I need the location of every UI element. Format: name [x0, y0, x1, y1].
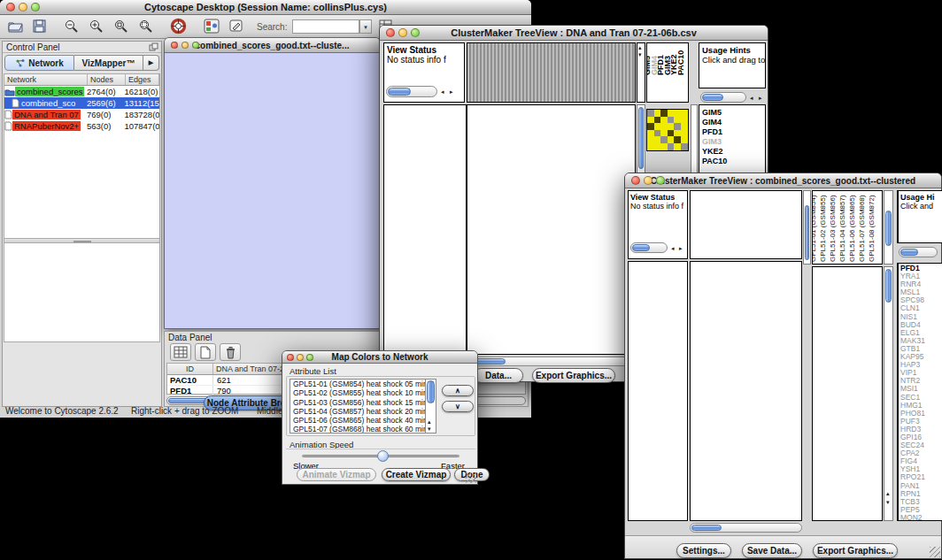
status-hint-zoom: Right-click + drag to ZOOM [131, 406, 238, 416]
tv2-labels-vscroll[interactable] [884, 190, 893, 265]
file-icon [4, 110, 12, 119]
tv1-row-dendrogram[interactable] [383, 104, 467, 355]
control-panel: Control Panel Network VizMapper™ ▶ Net [2, 41, 162, 407]
tv1-column-dendrogram[interactable] [467, 42, 636, 103]
data-panel-title: Data Panel [168, 333, 212, 342]
open-session-icon[interactable] [7, 19, 24, 34]
animation-speed-slider[interactable] [302, 455, 459, 457]
cytopanel-icon[interactable] [204, 19, 220, 34]
tv1-status-scrollbar[interactable] [386, 86, 437, 97]
close-button[interactable] [631, 176, 640, 185]
create-vizmap-button[interactable]: Create Vizmap [382, 468, 451, 481]
attribute-up-button[interactable]: ∧ [442, 385, 474, 396]
network-name: combined_sco [19, 98, 77, 108]
resize-grip[interactable] [930, 547, 940, 557]
zoom-button[interactable] [306, 354, 313, 361]
zoom-button[interactable] [31, 3, 40, 12]
tv2-settings-button[interactable]: Settings... [676, 543, 731, 558]
attribute-item[interactable]: GPL51-07 (GSM868) heat shock 60 min [290, 425, 425, 433]
tv1-view-status: View Status No status info f ◂ ▸ [383, 42, 465, 103]
tv1-zoom-heatmap[interactable] [646, 109, 689, 151]
panel-divider[interactable] [4, 238, 159, 243]
save-session-icon[interactable] [32, 19, 47, 34]
resize-grip[interactable] [466, 472, 476, 483]
tab-vizmapper[interactable]: VizMapper™ [74, 55, 143, 71]
close-button[interactable] [171, 42, 178, 49]
attribute-items: GPL51-01 (GSM854) heat shock 05 minGPL51… [290, 380, 425, 433]
help-lifering-icon[interactable] [170, 18, 187, 35]
tv1-hints-scrollbar[interactable] [700, 92, 746, 103]
search-input[interactable] [292, 19, 359, 34]
zoom-fit-icon[interactable] [138, 19, 154, 35]
tv1-export-graphics-button[interactable]: Export Graphics... [532, 368, 615, 383]
tv2-vscrollbar[interactable] [803, 190, 811, 265]
network-row[interactable]: DNA and Tran 07769(0)183728(0) [4, 109, 159, 120]
tv1-save-data-button[interactable]: Data... [474, 368, 523, 383]
row-label: GIM5 [702, 108, 765, 118]
attribute-item[interactable]: GPL51-03 (GSM856) heat shock 15 min [290, 398, 425, 407]
minimize-button[interactable] [297, 354, 304, 361]
edges-count: 16218(0) [124, 87, 159, 96]
zoom-button[interactable] [656, 176, 665, 185]
attribute-down-button[interactable]: ∨ [442, 401, 474, 412]
network-row[interactable]: combined_sco2569(6)13112(15) [4, 97, 159, 109]
network-row[interactable]: RNAPuberNov2+563(0)107847(0) [4, 120, 159, 132]
treeview1-title: ClusterMaker TreeView : DNA and Tran 07-… [380, 27, 768, 38]
new-attribute-icon[interactable] [195, 343, 216, 361]
tv2-column-dendrogram[interactable] [690, 190, 802, 259]
map-colors-dialog: Map Colors to Network Attribute List GPL… [282, 350, 478, 485]
tv2-zoom-heatmap[interactable] [812, 266, 883, 521]
attribute-item[interactable]: GPL51-02 (GSM855) heat shock 10 min [290, 388, 425, 397]
search-dropdown[interactable]: ▾ [359, 19, 372, 34]
annotation-icon[interactable] [228, 19, 244, 34]
tv1-heatmap[interactable] [467, 104, 636, 355]
tv2-gene-list: PFD1YRA1RNR4MSL1SPC98CLN1NIS1BUD4ELG1MAK… [897, 263, 942, 521]
animate-vizmap-button[interactable]: Animate Vizmap [297, 468, 376, 481]
main-titlebar[interactable]: Cytoscape Desktop (Session Name: collins… [0, 0, 531, 15]
attribute-item[interactable]: GPL51-01 (GSM854) heat shock 05 min [290, 380, 425, 388]
tv2-row-dendrogram[interactable] [628, 261, 688, 521]
minimize-button[interactable] [398, 28, 407, 37]
zoom-in-icon[interactable] [89, 19, 104, 35]
tv2-export-graphics-button[interactable]: Export Graphics... [813, 543, 898, 558]
delete-attribute-icon[interactable] [220, 343, 241, 361]
slider-thumb[interactable] [377, 450, 389, 462]
float-panel-icon[interactable] [149, 42, 158, 51]
tv2-hscrollbar[interactable] [690, 523, 802, 533]
tv1-hscrollbar[interactable] [467, 357, 636, 366]
network-graph-canvas[interactable] [165, 53, 380, 328]
attribute-listbox[interactable]: GPL51-01 (GSM854) heat shock 05 minGPL51… [290, 379, 436, 433]
attribute-item[interactable]: GPL51-06 (GSM865) heat shock 40 min [290, 416, 425, 425]
select-attributes-icon[interactable] [170, 343, 191, 361]
tab-overflow-arrow[interactable]: ▶ [143, 55, 159, 71]
row-label: GIM4 [702, 118, 765, 127]
minimize-button[interactable] [181, 42, 189, 49]
folder-icon [4, 88, 15, 96]
column-label: GPL51-04 (GSM857) [838, 195, 846, 262]
zoom-out-icon[interactable] [64, 19, 80, 35]
network-row[interactable]: combined_scores2764(0)16218(0) [4, 86, 159, 97]
minimize-button[interactable] [644, 176, 652, 185]
tv1-column-labels: GIM5GIM4PFD1GIM3YKE2PAC10 [646, 42, 689, 103]
tv2-status-scrollbar[interactable] [630, 242, 668, 253]
zoom-selected-region-icon[interactable] [113, 19, 129, 35]
minimize-button[interactable] [19, 3, 27, 12]
tv2-button-bar: Settings... Save Data... Export Graphics… [625, 535, 941, 558]
network-name: RNAPuberNov2+ [12, 121, 81, 131]
data-col-id[interactable]: ID [167, 364, 213, 374]
tab-network[interactable]: Network [4, 55, 74, 71]
tv2-hints-scrollbar[interactable] [899, 247, 938, 257]
network-birdseye-view[interactable] [4, 245, 161, 341]
tv2-heatmap[interactable] [690, 261, 802, 521]
close-button[interactable] [386, 28, 395, 37]
attribute-list-vscroll[interactable]: ▴ ▾ [425, 380, 436, 433]
zoom-button[interactable] [411, 28, 420, 37]
zoom-button[interactable] [192, 42, 199, 49]
tv1-label-scroll-strip[interactable]: ▴ ▾ [637, 42, 645, 103]
attribute-list-label: Attribute List [290, 366, 336, 376]
attribute-item[interactable]: GPL51-04 (GSM857) heat shock 20 min [290, 407, 425, 416]
tv2-save-data-button[interactable]: Save Data... [742, 543, 802, 558]
tv2-zoom-vscroll[interactable]: ▴ ▾ [884, 266, 893, 521]
close-button[interactable] [6, 3, 15, 12]
close-button[interactable] [287, 354, 294, 361]
